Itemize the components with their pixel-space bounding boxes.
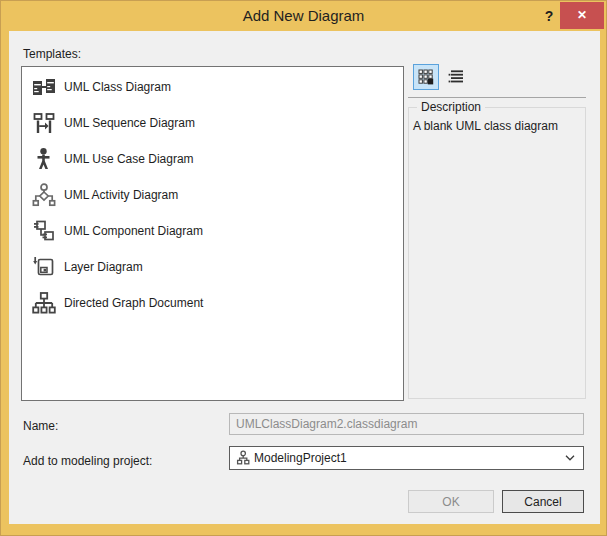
list-item[interactable]: UML Class Diagram: [22, 69, 403, 105]
uml-use-case-diagram-icon: [32, 147, 56, 171]
uml-component-diagram-icon: [32, 219, 56, 243]
list-item[interactable]: UML Sequence Diagram: [22, 105, 403, 141]
name-input[interactable]: [229, 413, 584, 435]
template-list[interactable]: UML Class Diagram UML Sequence Diagram: [21, 66, 404, 401]
icons-view-icon: [418, 69, 434, 85]
icons-view-button[interactable]: [413, 64, 439, 90]
description-group: Description A blank UML class diagram: [408, 107, 586, 399]
list-view-button[interactable]: [443, 64, 469, 90]
dialog-title: Add New Diagram: [1, 7, 606, 24]
list-item[interactable]: UML Component Diagram: [22, 213, 403, 249]
directed-graph-icon: [32, 291, 56, 315]
cancel-button[interactable]: Cancel: [502, 490, 584, 513]
modeling-project-combobox[interactable]: ModelingProject1: [229, 446, 584, 470]
list-view-icon: [448, 69, 464, 85]
modeling-project-icon: [235, 450, 251, 466]
uml-class-diagram-icon: [32, 75, 56, 99]
name-label: Name:: [23, 419, 58, 433]
list-item[interactable]: Directed Graph Document: [22, 285, 403, 321]
add-new-diagram-dialog: Add New Diagram ? ✕ Templates: UML Class: [0, 0, 607, 536]
help-button[interactable]: ?: [539, 5, 559, 27]
project-label: Add to modeling project:: [23, 454, 152, 468]
list-item-label: UML Class Diagram: [64, 80, 171, 94]
combobox-value: ModelingProject1: [254, 451, 347, 465]
list-item[interactable]: UML Use Case Diagram: [22, 141, 403, 177]
templates-label: Templates:: [23, 47, 81, 61]
list-item-label: Directed Graph Document: [64, 296, 203, 310]
titlebar[interactable]: Add New Diagram ? ✕: [1, 1, 606, 31]
list-item-label: UML Activity Diagram: [64, 188, 178, 202]
dialog-client-area: Templates: UML Class Diagram: [9, 31, 600, 524]
uml-activity-diagram-icon: [32, 183, 56, 207]
layer-diagram-icon: [32, 255, 56, 279]
list-item-label: Layer Diagram: [64, 260, 143, 274]
close-button[interactable]: ✕: [560, 2, 604, 29]
list-item[interactable]: Layer Diagram: [22, 249, 403, 285]
list-item-label: UML Sequence Diagram: [64, 116, 195, 130]
ok-button[interactable]: OK: [408, 490, 494, 513]
description-text: A blank UML class diagram: [413, 119, 558, 133]
list-item-label: UML Component Diagram: [64, 224, 203, 238]
list-item-label: UML Use Case Diagram: [64, 152, 194, 166]
list-item[interactable]: UML Activity Diagram: [22, 177, 403, 213]
chevron-down-icon[interactable]: [565, 455, 575, 461]
uml-sequence-diagram-icon: [32, 111, 56, 135]
description-legend: Description: [417, 100, 485, 114]
toolbar-separator: [408, 97, 586, 98]
